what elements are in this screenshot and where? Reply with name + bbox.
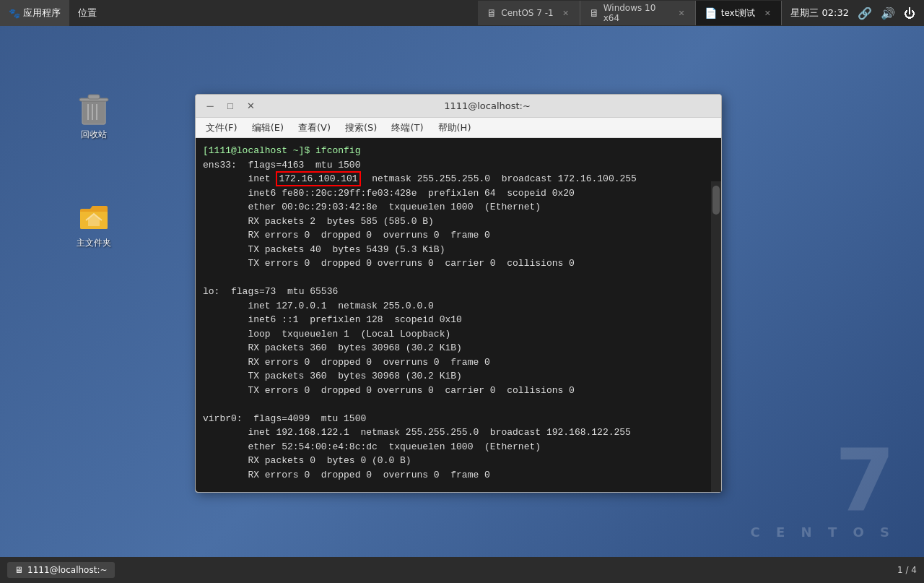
desktop: 🐾 应用程序 位置 🖥 CentOS 7 -1 ✕ 🖥 Windows 10 x…	[0, 0, 924, 583]
trash-icon	[77, 91, 111, 126]
terminal-taskbar-button[interactable]: 🖥 1111@localhost:~	[7, 562, 115, 578]
svg-rect-6	[88, 95, 100, 99]
app-menu-label: 应用程序	[23, 7, 61, 20]
home-icon	[77, 199, 111, 234]
tab-bar: 🖥 CentOS 7 -1 ✕ 🖥 Windows 10 x64 ✕ 📄 tex…	[478, 0, 782, 26]
tab-close-text[interactable]: ✕	[762, 8, 772, 18]
power-icon[interactable]: ⏻	[904, 7, 915, 20]
trash-icon-label: 回收站	[81, 129, 107, 141]
tab-label-text: text测试	[721, 7, 756, 20]
volume-icon[interactable]: 🔊	[881, 7, 895, 20]
home-icon-label: 主文件夹	[77, 237, 111, 249]
close-button[interactable]: ✕	[242, 98, 259, 115]
menu-edit[interactable]: 编辑(E)	[245, 120, 291, 136]
taskbar-left: 🐾 应用程序 位置	[0, 0, 478, 26]
clock: 星期三 02:32	[790, 7, 849, 20]
terminal-taskbar-icon: 🖥	[14, 565, 23, 575]
page-indicator: 1 / 4	[897, 565, 917, 575]
menu-help[interactable]: 帮助(H)	[431, 120, 479, 136]
home-desktop-icon[interactable]: 主文件夹	[65, 195, 123, 254]
taskbar-right: 星期三 02:32 🔗 🔊 ⏻	[782, 7, 924, 20]
terminal-taskbar-label: 1111@localhost:~	[27, 565, 108, 575]
centos-watermark: 7 C E N T O S	[751, 438, 895, 540]
menu-terminal[interactable]: 终端(T)	[384, 120, 430, 136]
centos-brand-text: C E N T O S	[751, 524, 895, 540]
tab-close-centos[interactable]: ✕	[561, 8, 571, 18]
trash-desktop-icon[interactable]: 回收站	[65, 87, 123, 145]
network-icon[interactable]: 🔗	[858, 7, 872, 20]
tab-label-centos: CentOS 7 -1	[501, 8, 553, 18]
terminal-body[interactable]: [1111@localhost ~]$ ifconfig ens33: flag…	[196, 138, 721, 492]
location-label: 位置	[78, 7, 97, 20]
terminal-title: 1111@localhost:~	[259, 100, 715, 111]
maximize-button[interactable]: □	[222, 98, 239, 115]
terminal-menubar: 文件(F) 编辑(E) 查看(V) 搜索(S) 终端(T) 帮助(H)	[196, 118, 721, 138]
tab-label-windows: Windows 10 x64	[603, 3, 670, 23]
taskbar-top: 🐾 应用程序 位置 🖥 CentOS 7 -1 ✕ 🖥 Windows 10 x…	[0, 0, 924, 26]
scrollbar-track[interactable]	[711, 181, 721, 492]
app-menu-button[interactable]: 🐾 应用程序	[0, 0, 69, 26]
terminal-titlebar: ─ □ ✕ 1111@localhost:~	[196, 95, 721, 118]
gnome-icon: 🐾	[9, 8, 20, 19]
tab-icon-windows: 🖥	[589, 7, 599, 19]
tab-text[interactable]: 📄 text测试 ✕	[696, 1, 783, 25]
location-menu-button[interactable]: 位置	[69, 0, 105, 26]
centos-version-number: 7	[835, 438, 896, 524]
taskbar-bottom: 🖥 1111@localhost:~ 1 / 4	[0, 557, 924, 583]
scrollbar-thumb[interactable]	[712, 186, 720, 215]
terminal-window: ─ □ ✕ 1111@localhost:~ 文件(F) 编辑(E) 查看(V)…	[195, 94, 722, 493]
minimize-button[interactable]: ─	[201, 98, 219, 115]
menu-view[interactable]: 查看(V)	[291, 120, 338, 136]
tab-windows[interactable]: 🖥 Windows 10 x64 ✕	[580, 1, 696, 25]
menu-file[interactable]: 文件(F)	[199, 120, 245, 136]
taskbar-bottom-left: 🖥 1111@localhost:~	[7, 562, 897, 578]
menu-search[interactable]: 搜索(S)	[338, 120, 384, 136]
tab-icon-text: 📄	[705, 7, 717, 19]
tab-centos[interactable]: 🖥 CentOS 7 -1 ✕	[478, 1, 580, 25]
svg-rect-0	[82, 100, 105, 124]
tab-close-windows[interactable]: ✕	[677, 8, 687, 18]
tab-icon-centos: 🖥	[487, 7, 497, 19]
terminal-content-wrapper: [1111@localhost ~]$ ifconfig ens33: flag…	[196, 138, 721, 492]
